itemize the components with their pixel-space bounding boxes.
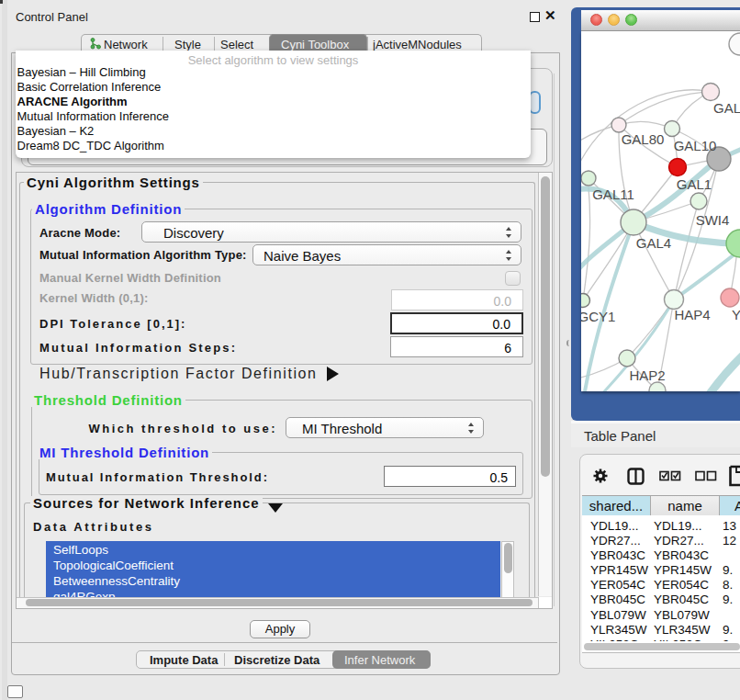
svg-text:SWI4: SWI4 <box>696 212 730 228</box>
svg-text:GAL4: GAL4 <box>636 235 671 251</box>
svg-text:GAL7: GAL7 <box>713 100 740 116</box>
svg-text:GAL11: GAL11 <box>592 186 634 202</box>
svg-text:GCY1: GCY1 <box>581 309 615 324</box>
svg-text:GAL10: GAL10 <box>674 138 717 153</box>
svg-text:Y: Y <box>732 307 740 322</box>
svg-text:GAL80: GAL80 <box>622 131 665 147</box>
svg-text:HAP2: HAP2 <box>629 367 665 383</box>
svg-text:HAP4: HAP4 <box>674 307 710 322</box>
svg-text:GAL1: GAL1 <box>677 176 712 192</box>
